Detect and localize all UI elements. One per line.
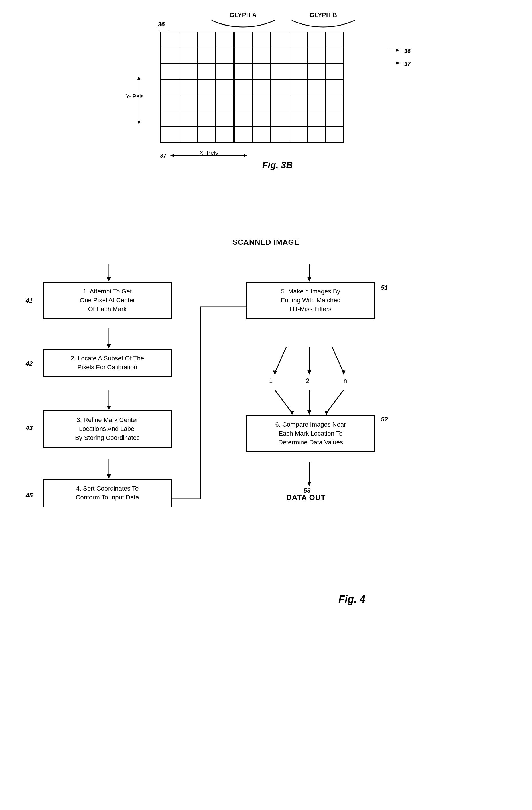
box1: 1. Attempt To GetOne Pixel At CenterOf E…: [43, 282, 172, 319]
cell-6-4: [234, 127, 252, 142]
glyph-b-brace: [289, 19, 358, 28]
cell-0-5: [252, 32, 270, 48]
ref-36-right: 36: [388, 47, 411, 54]
cell-3-4: [234, 79, 252, 95]
cell-1-8: [307, 48, 326, 64]
svg-marker-11: [244, 154, 247, 157]
cell-5-0: [161, 111, 179, 127]
svg-marker-25: [273, 371, 277, 375]
cell-2-9: [326, 64, 344, 79]
ref-52: 52: [381, 416, 388, 423]
svg-marker-6: [396, 49, 400, 52]
x-pels-container: 37 X- Pels: [160, 151, 275, 160]
cell-6-1: [179, 127, 197, 142]
cell-0-8: [307, 32, 326, 48]
ref-41: 41: [26, 297, 33, 304]
glyph-labels: GLYPH A GLYPH B: [154, 12, 412, 29]
cell-4-6: [270, 95, 289, 111]
ref36-right-arrow: [388, 47, 403, 53]
x-arrow: X- Pels: [169, 151, 254, 160]
cell-3-8: [307, 79, 326, 95]
box5-text: 5. Make n Images ByEnding With MatchedHi…: [281, 288, 340, 312]
box2: 2. Locate A Subset Of ThePixels For Cali…: [43, 349, 172, 377]
ref-37-bottom: 37: [160, 152, 166, 159]
scanned-image-label: SCANNED IMAGE: [0, 238, 532, 247]
cell-2-7: [289, 64, 307, 79]
box4-text: 4. Sort Coordinates ToConform To Input D…: [76, 485, 139, 501]
cell-6-5: [252, 127, 270, 142]
cell-6-3: [216, 127, 234, 142]
cell-2-1: [179, 64, 197, 79]
cell-5-7: [289, 111, 307, 127]
cell-2-0: [161, 64, 179, 79]
cell-1-4: [234, 48, 252, 64]
cell-2-2: [197, 64, 216, 79]
svg-marker-4: [137, 121, 140, 125]
cell-0-0: [161, 32, 179, 48]
ref37-right-arrow: [388, 60, 403, 66]
svg-marker-18: [107, 344, 111, 349]
cell-2-4: [234, 64, 252, 79]
y-pels-container: Y- Pels: [134, 75, 144, 100]
cell-1-1: [179, 48, 197, 64]
y-pels-label: Y- Pels: [126, 93, 144, 100]
ref-43: 43: [26, 424, 33, 432]
y-arrow: [135, 75, 143, 126]
flowchart-area: 1. Attempt To GetOne Pixel At CenterOf E…: [0, 249, 532, 794]
svg-line-28: [332, 347, 344, 373]
cell-1-3: [216, 48, 234, 64]
cell-4-9: [326, 95, 344, 111]
svg-marker-22: [107, 474, 111, 479]
cell-6-8: [307, 127, 326, 142]
box6: 6. Compare Images NearEach Mark Location…: [246, 415, 375, 452]
fig3b-caption: Fig. 3B: [160, 160, 395, 171]
glyph-grid: [160, 32, 344, 143]
glyph-a-group: GLYPH A: [203, 12, 283, 29]
svg-marker-8: [396, 62, 400, 64]
cell-6-0: [161, 127, 179, 142]
box3: 3. Refine Mark CenterLocations And Label…: [43, 410, 172, 448]
cell-4-1: [179, 95, 197, 111]
box2-text: 2. Locate A Subset Of ThePixels For Cali…: [71, 355, 144, 371]
cell-3-3: [216, 79, 234, 95]
cell-1-9: [326, 48, 344, 64]
svg-line-34: [327, 390, 344, 413]
cell-4-2: [197, 95, 216, 111]
cell-1-7: [289, 48, 307, 64]
glyph-a-brace: [209, 19, 278, 28]
svg-marker-27: [307, 370, 311, 375]
cell-0-7: [289, 32, 307, 48]
svg-marker-10: [170, 154, 174, 157]
ref-45: 45: [26, 492, 33, 499]
cell-6-2: [197, 127, 216, 142]
cell-5-5: [252, 111, 270, 127]
cell-5-4: [234, 111, 252, 127]
svg-line-30: [275, 390, 292, 413]
image-label-2: 2: [306, 377, 309, 385]
cell-2-5: [252, 64, 270, 79]
svg-marker-37: [307, 482, 311, 486]
cell-6-7: [289, 127, 307, 142]
cell-5-1: [179, 111, 197, 127]
cell-0-1: [179, 32, 197, 48]
fig4-section: SCANNED IMAGE: [0, 238, 532, 605]
cell-5-8: [307, 111, 326, 127]
svg-text:X- Pels: X- Pels: [200, 151, 218, 156]
cell-0-6: [270, 32, 289, 48]
cell-6-9: [326, 127, 344, 142]
cell-3-6: [270, 79, 289, 95]
svg-marker-3: [137, 76, 140, 80]
cell-0-2: [197, 32, 216, 48]
cell-1-5: [252, 48, 270, 64]
cell-1-6: [270, 48, 289, 64]
svg-marker-14: [107, 277, 111, 282]
cell-4-8: [307, 95, 326, 111]
cell-3-2: [197, 79, 216, 95]
cell-2-3: [216, 64, 234, 79]
svg-marker-29: [342, 370, 346, 375]
cell-0-3: [216, 32, 234, 48]
cell-3-7: [289, 79, 307, 95]
box6-text: 6. Compare Images NearEach Mark Location…: [276, 421, 346, 446]
box1-text: 1. Attempt To GetOne Pixel At CenterOf E…: [80, 288, 135, 312]
cell-5-2: [197, 111, 216, 127]
